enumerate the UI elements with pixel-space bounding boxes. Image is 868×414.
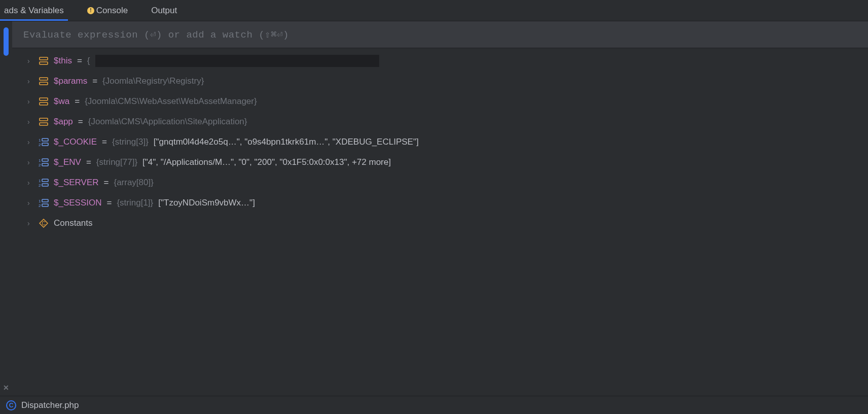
- tab-label: Output: [151, 6, 177, 16]
- variable-name: $_ENV: [54, 157, 81, 167]
- variable-type: {Joomla\Registry\Registry}: [102, 76, 204, 86]
- chevron-right-icon[interactable]: ›: [27, 97, 33, 106]
- variable-name: Constants: [54, 218, 93, 228]
- warning-icon: !: [87, 7, 94, 14]
- bottom-bar: C Dispatcher.php: [0, 396, 868, 414]
- svg-text:2: 2: [39, 143, 41, 147]
- variable-name: $app: [54, 117, 73, 127]
- arr-icon: 12: [39, 198, 49, 208]
- equals-sign: =: [102, 137, 107, 147]
- equals-sign: =: [75, 96, 80, 107]
- chevron-right-icon[interactable]: ›: [27, 158, 33, 166]
- variable-row[interactable]: ›12$_SESSION={string[1]}["TzoyNDoiSm9vbW…: [27, 195, 868, 211]
- svg-rect-15: [42, 163, 48, 166]
- equals-sign: =: [77, 56, 82, 66]
- chevron-right-icon[interactable]: ›: [27, 138, 33, 146]
- variables-tree: ›$this={›$params={Joomla\Registry\Regist…: [12, 48, 868, 396]
- active-panel-indicator[interactable]: [4, 27, 9, 56]
- current-file[interactable]: Dispatcher.php: [21, 400, 79, 410]
- chevron-right-icon[interactable]: ›: [27, 179, 33, 187]
- variable-row[interactable]: ›12$_COOKIE={string[3]}["gnqtm0l4d4e2o5q…: [27, 134, 868, 150]
- variable-name: $_SERVER: [54, 178, 99, 188]
- arr-icon: 12: [39, 137, 49, 147]
- svg-text:2: 2: [39, 163, 41, 167]
- svg-text:2: 2: [39, 183, 41, 187]
- eval-input[interactable]: Evaluate expression (⏎) or add a watch (…: [12, 21, 868, 48]
- chevron-right-icon[interactable]: ›: [27, 199, 33, 207]
- svg-rect-3: [40, 82, 48, 85]
- svg-text:1: 1: [39, 179, 41, 183]
- tab-label: Console: [96, 6, 128, 16]
- svg-rect-19: [42, 184, 48, 186]
- copyright-icon: C: [6, 400, 16, 410]
- variable-type: {: [87, 56, 90, 66]
- equals-sign: =: [107, 198, 112, 208]
- variable-name: $this: [54, 56, 72, 66]
- equals-sign: =: [104, 178, 109, 188]
- variable-name: $params: [54, 76, 87, 86]
- variable-type: {array[80]}: [114, 178, 153, 188]
- debug-tabs: ads & Variables!ConsoleOutput: [0, 0, 868, 21]
- chevron-right-icon[interactable]: ›: [27, 57, 33, 65]
- svg-rect-4: [40, 98, 48, 100]
- tab-output[interactable]: Output: [147, 1, 181, 21]
- tab-label: ads & Variables: [4, 6, 64, 16]
- variable-value: ["TzoyNDoiSm9vbWx…"]: [158, 198, 255, 208]
- svg-text:1: 1: [39, 138, 41, 143]
- const-icon: C: [39, 218, 49, 228]
- svg-text:1: 1: [39, 158, 41, 163]
- variable-row[interactable]: ›CConstants: [27, 216, 868, 231]
- obj-icon: [39, 117, 49, 127]
- variable-name: $_SESSION: [54, 198, 102, 208]
- content-pane: Evaluate expression (⏎) or add a watch (…: [12, 21, 868, 396]
- svg-rect-23: [42, 204, 48, 206]
- variable-row[interactable]: ›$params={Joomla\Registry\Registry}: [27, 74, 868, 89]
- close-icon[interactable]: ✕: [3, 384, 9, 392]
- svg-rect-14: [42, 159, 48, 161]
- variable-row[interactable]: ›12$_SERVER={array[80]}: [27, 175, 868, 190]
- equals-sign: =: [86, 157, 91, 167]
- variable-row[interactable]: ›12$_ENV={string[77]}["4", "/Application…: [27, 155, 868, 170]
- variable-name: $_COOKIE: [54, 137, 97, 147]
- variable-type: {Joomla\CMS\Application\SiteApplication}: [88, 117, 247, 127]
- svg-text:C: C: [42, 221, 45, 226]
- svg-text:1: 1: [39, 199, 41, 203]
- chevron-right-icon[interactable]: ›: [27, 219, 33, 227]
- variable-type: {string[77]}: [96, 157, 137, 167]
- svg-text:2: 2: [39, 203, 41, 208]
- variable-value: ["4", "/Applications/M…", "0", "200", "0…: [142, 157, 391, 167]
- obj-icon: [39, 96, 49, 107]
- svg-rect-6: [40, 118, 48, 121]
- variable-type: {Joomla\CMS\WebAsset\WebAssetManager}: [85, 96, 257, 107]
- tab-ads-variables[interactable]: ads & Variables: [0, 1, 68, 21]
- variable-row[interactable]: ›$wa={Joomla\CMS\WebAsset\WebAssetManage…: [27, 94, 868, 109]
- main-area: ✕ Evaluate expression (⏎) or add a watch…: [0, 21, 868, 396]
- obj-icon: [39, 76, 49, 86]
- svg-rect-7: [40, 123, 48, 125]
- variable-name: $wa: [54, 96, 69, 107]
- left-gutter: ✕: [0, 21, 12, 396]
- equals-sign: =: [92, 76, 97, 86]
- equals-sign: =: [78, 117, 83, 127]
- arr-icon: 12: [39, 157, 49, 167]
- variable-type: {string[1]}: [117, 198, 153, 208]
- svg-rect-22: [42, 199, 48, 202]
- redacted-value: [95, 55, 379, 67]
- svg-rect-0: [40, 57, 48, 60]
- chevron-right-icon[interactable]: ›: [27, 118, 33, 126]
- variable-type: {string[3]}: [112, 137, 149, 147]
- svg-rect-1: [40, 62, 48, 64]
- svg-rect-5: [40, 102, 48, 105]
- svg-rect-11: [42, 143, 48, 146]
- variable-row[interactable]: ›$this={: [27, 53, 868, 68]
- arr-icon: 12: [39, 178, 49, 188]
- obj-icon: [39, 56, 49, 66]
- variable-row[interactable]: ›$app={Joomla\CMS\Application\SiteApplic…: [27, 114, 868, 129]
- svg-rect-18: [42, 179, 48, 182]
- chevron-right-icon[interactable]: ›: [27, 77, 33, 85]
- variable-value: ["gnqtm0l4d4e2o5q…", "o9s4bpn1tkrk61m…",…: [154, 137, 419, 147]
- svg-rect-2: [40, 78, 48, 80]
- svg-rect-10: [42, 139, 48, 141]
- tab-console[interactable]: !Console: [83, 1, 132, 21]
